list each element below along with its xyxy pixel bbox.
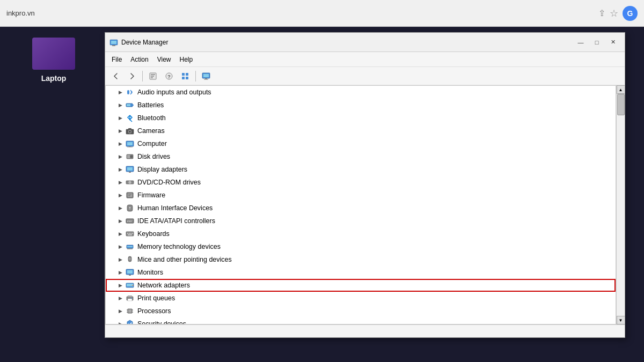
- svg-rect-1: [111, 41, 116, 44]
- svg-rect-76: [128, 299, 132, 301]
- star-icon[interactable]: ☆: [610, 8, 618, 19]
- menu-file[interactable]: File: [107, 53, 126, 65]
- svg-rect-71: [133, 285, 133, 286]
- item-label-firmware: Firmware: [137, 191, 613, 199]
- share-icon[interactable]: ⇪: [598, 8, 605, 18]
- scroll-down-arrow[interactable]: ▼: [617, 316, 625, 324]
- tree-item-bluetooth[interactable]: ▶Bluetooth: [106, 112, 616, 124]
- tree-item-keyboards[interactable]: ▶Keyboards: [106, 227, 616, 240]
- tree-item-cameras[interactable]: ▶Cameras: [106, 124, 616, 137]
- expand-arrow-memory[interactable]: ▶: [116, 243, 124, 250]
- item-label-memory: Memory technology devices: [137, 243, 613, 250]
- svg-rect-33: [127, 167, 133, 171]
- expand-arrow-hid[interactable]: ▶: [116, 204, 124, 212]
- view-button[interactable]: [178, 69, 193, 83]
- browser-topbar: inkpro.vn ⇪ ☆ G: [0, 0, 644, 27]
- tree-item-monitors[interactable]: ▶Monitors: [106, 266, 616, 279]
- tree-item-mice[interactable]: ▶Mice and other pointing devices: [106, 253, 616, 266]
- expand-arrow-monitors[interactable]: ▶: [116, 269, 124, 276]
- laptop-label: Laptop: [41, 74, 67, 83]
- tree-item-security[interactable]: ▶Security devices: [106, 317, 616, 324]
- status-bar: [105, 324, 625, 337]
- expand-arrow-ide[interactable]: ▶: [116, 217, 124, 225]
- keyboard-icon: [125, 229, 135, 239]
- tree-item-firmware[interactable]: ▶Firmware: [106, 189, 616, 202]
- expand-arrow-audio[interactable]: ▶: [116, 88, 124, 96]
- expand-arrow-firmware[interactable]: ▶: [116, 191, 124, 199]
- tree-item-print[interactable]: ▶Print queues: [106, 292, 616, 305]
- svg-rect-70: [127, 284, 133, 286]
- expand-arrow-print[interactable]: ▶: [116, 294, 124, 302]
- menu-help[interactable]: Help: [175, 53, 197, 65]
- svg-rect-72: [131, 285, 132, 286]
- menu-view[interactable]: View: [153, 53, 175, 65]
- svg-rect-55: [128, 234, 132, 235]
- content-area: ▶Audio inputs and outputs▶Batteries▶Blue…: [105, 85, 625, 324]
- properties-button[interactable]: [145, 69, 160, 83]
- dvd-icon: [125, 178, 135, 187]
- expand-arrow-bluetooth[interactable]: ▶: [116, 114, 124, 122]
- expand-arrow-batteries[interactable]: ▶: [116, 101, 124, 109]
- svg-point-37: [129, 182, 130, 183]
- tree-item-audio[interactable]: ▶Audio inputs and outputs: [106, 86, 616, 99]
- item-label-processors: Processors: [137, 307, 613, 315]
- svg-rect-53: [130, 233, 131, 234]
- printer-icon: [125, 293, 135, 303]
- expand-arrow-security[interactable]: ▶: [116, 320, 124, 324]
- expand-arrow-dvd[interactable]: ▶: [116, 179, 124, 186]
- expand-arrow-network[interactable]: ▶: [116, 282, 124, 289]
- battery-icon: [125, 100, 135, 110]
- monitor-button[interactable]: [199, 69, 214, 83]
- svg-text:?: ?: [167, 74, 171, 79]
- tree-item-computer[interactable]: ▶Computer: [106, 137, 616, 150]
- back-button[interactable]: [108, 69, 123, 83]
- tree-item-memory[interactable]: ▶Memory technology devices: [106, 240, 616, 253]
- tree-item-processors[interactable]: ▶Processors: [106, 305, 616, 317]
- tree-item-hid[interactable]: ▶Human Interface Devices: [106, 202, 616, 215]
- scroll-thumb[interactable]: [617, 94, 625, 115]
- toolbar: ?: [105, 67, 625, 85]
- svg-rect-19: [133, 105, 134, 106]
- laptop-image: [32, 38, 75, 70]
- security-icon: [125, 319, 135, 324]
- tree-item-dvd[interactable]: ▶DVD/CD-ROM drives: [106, 176, 616, 189]
- svg-rect-14: [203, 74, 209, 77]
- maximize-button[interactable]: □: [589, 36, 604, 48]
- expand-arrow-keyboards[interactable]: ▶: [116, 230, 124, 238]
- monitor-icon: [125, 268, 135, 277]
- svg-rect-11: [182, 77, 185, 79]
- svg-rect-39: [128, 194, 132, 197]
- expand-arrow-disk[interactable]: ▶: [116, 153, 124, 160]
- expand-arrow-processors[interactable]: ▶: [116, 307, 124, 315]
- svg-rect-68: [129, 275, 131, 276]
- expand-arrow-cameras[interactable]: ▶: [116, 127, 124, 135]
- svg-rect-26: [127, 142, 133, 145]
- window-controls: — □ ✕: [573, 36, 620, 48]
- vertical-scrollbar[interactable]: ▲ ▼: [616, 85, 625, 324]
- tree-item-ide[interactable]: ▶IDE ATA/ATAPI controllers: [106, 215, 616, 227]
- scroll-up-arrow[interactable]: ▲: [617, 85, 625, 94]
- mouse-icon: [125, 255, 135, 264]
- device-tree[interactable]: ▶Audio inputs and outputs▶Batteries▶Blue…: [105, 85, 616, 324]
- tree-item-network[interactable]: ▶Network adapters: [106, 279, 616, 292]
- menu-action[interactable]: Action: [126, 53, 152, 65]
- minimize-button[interactable]: —: [573, 36, 588, 48]
- svg-rect-75: [128, 295, 132, 297]
- help-button[interactable]: ?: [162, 69, 177, 83]
- svg-point-43: [129, 207, 131, 209]
- ide-icon: [125, 216, 135, 226]
- expand-arrow-display[interactable]: ▶: [116, 166, 124, 173]
- item-label-disk: Disk drives: [137, 153, 613, 160]
- browser-profile-icon[interactable]: G: [623, 6, 638, 21]
- tree-item-disk[interactable]: ▶Disk drives: [106, 150, 616, 163]
- tree-item-display[interactable]: ▶Display adapters: [106, 163, 616, 176]
- expand-arrow-computer[interactable]: ▶: [116, 140, 124, 147]
- item-label-print: Print queues: [137, 294, 613, 302]
- forward-button[interactable]: [125, 69, 140, 83]
- expand-arrow-mice[interactable]: ▶: [116, 256, 124, 263]
- close-button[interactable]: ✕: [605, 36, 620, 48]
- item-label-ide: IDE ATA/ATAPI controllers: [137, 217, 613, 225]
- item-label-security: Security devices: [137, 320, 613, 324]
- tree-item-batteries[interactable]: ▶Batteries: [106, 99, 616, 112]
- item-label-monitors: Monitors: [137, 269, 613, 276]
